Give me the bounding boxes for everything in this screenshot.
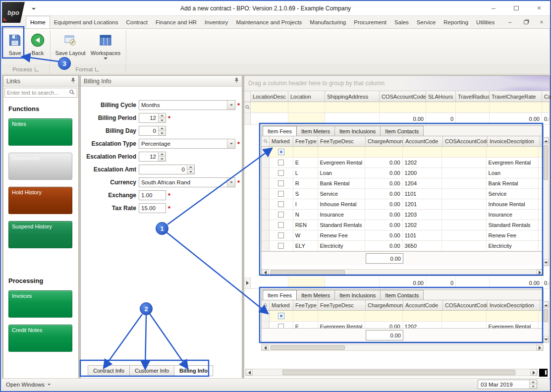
- ribbon-tab[interactable]: Equipment and Locations: [50, 16, 122, 28]
- detail-column-header[interactable]: AccountCode: [403, 300, 443, 310]
- minimize-button[interactable]: –: [489, 3, 498, 13]
- dropdown-icon[interactable]: [227, 178, 235, 187]
- cell-accountcode[interactable]: 1202: [403, 322, 442, 328]
- filter-cell-marked[interactable]: [270, 311, 293, 321]
- scroll-left-icon[interactable]: [246, 369, 253, 376]
- scroll-down-icon[interactable]: [543, 336, 549, 342]
- cell-feetypedesc[interactable]: Bank Rental: [318, 178, 365, 188]
- cell-feetype[interactable]: REN: [293, 220, 318, 230]
- column-header[interactable]: TravelRadius: [456, 91, 490, 102]
- scrollbar-thumb[interactable]: [544, 309, 548, 322]
- link-button[interactable]: Credit Notes: [8, 325, 72, 352]
- cell-feetypedesc[interactable]: Standard Rentals: [318, 220, 365, 230]
- scrollbar-thumb[interactable]: [271, 345, 345, 350]
- cell-travelchargerate[interactable]: 0.00: [490, 277, 542, 288]
- link-button[interactable]: Suspend History: [8, 221, 72, 248]
- detail-column-header[interactable]: Marked: [270, 136, 293, 146]
- cell-chargeamount[interactable]: 0.00: [365, 158, 403, 168]
- scrollbar-track[interactable]: [269, 345, 536, 350]
- cell-feetypedesc[interactable]: Evergreen Rental: [318, 158, 365, 168]
- pin-icon[interactable]: [71, 77, 75, 85]
- field-control[interactable]: 12: [139, 113, 166, 123]
- cell-feetypedesc[interactable]: Evergreen Rental: [318, 322, 365, 328]
- detail-tab[interactable]: Item Meters: [296, 290, 335, 300]
- master-row[interactable]: 0.00 0 0.00 0.00: [244, 277, 550, 289]
- cell-cosaccountcode[interactable]: [442, 322, 487, 328]
- cell-travelradius[interactable]: [456, 113, 490, 124]
- cell-chargeamount[interactable]: 0.00: [365, 220, 403, 230]
- cell-marked[interactable]: [270, 178, 293, 188]
- open-windows-button[interactable]: Open Windows: [6, 382, 51, 388]
- mdi-restore-button[interactable]: [521, 18, 530, 27]
- dialog-launcher-icon[interactable]: [95, 67, 99, 71]
- filter-cell[interactable]: [490, 102, 542, 112]
- cell-cosaccountcode[interactable]: [442, 220, 487, 230]
- cell-marked[interactable]: [270, 322, 293, 328]
- cell-accountcode[interactable]: 3650: [403, 241, 442, 251]
- ribbon-tab[interactable]: Home: [26, 16, 50, 28]
- column-header[interactable]: Location: [288, 91, 325, 102]
- cell-cate[interactable]: 0.00: [542, 113, 550, 124]
- ribbon-tab[interactable]: Reporting: [440, 16, 472, 28]
- cell-invoicedescription[interactable]: Renew Fee: [487, 230, 539, 240]
- marked-filter-checkbox[interactable]: [278, 149, 284, 155]
- cell-feetype[interactable]: I: [293, 199, 318, 209]
- quick-access-dropdown-icon[interactable]: [30, 6, 38, 12]
- column-header[interactable]: COSAccountCode: [380, 91, 426, 102]
- cell-chargeamount[interactable]: 0.00: [365, 168, 403, 178]
- marked-checkbox[interactable]: [278, 160, 284, 166]
- cell-invoicedescription[interactable]: Standard Rentals: [487, 220, 539, 230]
- filter-cell[interactable]: [325, 102, 380, 112]
- cell-cosaccountcode[interactable]: [442, 189, 487, 199]
- mdi-close-button[interactable]: ×: [537, 18, 546, 27]
- cell-marked[interactable]: [270, 168, 293, 178]
- cell-slahours[interactable]: 0: [426, 113, 456, 124]
- detail-column-header[interactable]: FeeTypeDesc: [318, 300, 366, 310]
- cell-marked[interactable]: [270, 230, 293, 240]
- dropdown-icon[interactable]: [227, 101, 235, 110]
- cell-locationdesc[interactable]: [251, 277, 288, 288]
- cell-accountcode[interactable]: 1101: [403, 189, 442, 199]
- field-control[interactable]: 1.00: [139, 190, 166, 200]
- scrollbar-thumb[interactable]: [282, 370, 515, 375]
- filter-cell[interactable]: [288, 102, 325, 112]
- scrollbar-track[interactable]: [253, 369, 530, 376]
- link-button[interactable]: Hold History: [8, 187, 72, 214]
- back-button[interactable]: Back: [28, 30, 48, 63]
- cell-feetype[interactable]: N: [293, 210, 318, 220]
- cell-invoicedescription[interactable]: Electricity: [487, 241, 539, 251]
- cell-accountcode[interactable]: 1202: [403, 158, 442, 168]
- filter-cell[interactable]: [426, 102, 456, 112]
- close-button[interactable]: ×: [534, 3, 544, 13]
- spin-down-icon[interactable]: [159, 157, 165, 162]
- grid-horizontal-scrollbar[interactable]: [245, 369, 538, 376]
- cell-invoicedescription[interactable]: Insurance: [487, 210, 539, 220]
- scroll-right-icon[interactable]: [536, 270, 543, 276]
- detail-column-header[interactable]: FeeType: [293, 300, 318, 310]
- fee-row[interactable]: E Evergreen Rental 0.00 1202 Evergreen R…: [262, 158, 543, 168]
- field-control[interactable]: South African Rand: [139, 177, 235, 187]
- field-control[interactable]: 15.00: [139, 203, 166, 213]
- column-header[interactable]: Cate: [542, 91, 551, 102]
- filter-cell[interactable]: [487, 147, 539, 157]
- spin-up-icon[interactable]: [187, 165, 194, 170]
- ribbon-tab[interactable]: Procurement: [350, 16, 390, 28]
- save-button[interactable]: Save: [5, 30, 25, 63]
- cell-cosaccountcode[interactable]: [442, 241, 487, 251]
- detail-column-header[interactable]: InvoiceDescription: [488, 300, 540, 310]
- fee-row[interactable]: REN Standard Rentals 0.00 1202 Standard …: [262, 220, 543, 230]
- cell-cosaccountcode[interactable]: [442, 210, 487, 220]
- cell-accountcode[interactable]: 1200: [403, 168, 442, 178]
- filter-cell-marked[interactable]: [270, 147, 293, 157]
- cell-locationdesc[interactable]: [251, 113, 288, 124]
- filter-cell[interactable]: [380, 102, 426, 112]
- ribbon-tab[interactable]: Sales: [390, 16, 413, 28]
- cell-cosaccountcode[interactable]: [442, 230, 487, 240]
- cell-marked[interactable]: [270, 189, 293, 199]
- detail1-vertical-scrollbar[interactable]: [543, 137, 549, 266]
- cell-shippingaddress[interactable]: [325, 113, 380, 124]
- filter-cell[interactable]: [293, 311, 318, 321]
- scroll-up-icon[interactable]: [543, 302, 549, 308]
- cell-feetype[interactable]: L: [293, 168, 318, 178]
- spin-down-icon[interactable]: [530, 385, 537, 389]
